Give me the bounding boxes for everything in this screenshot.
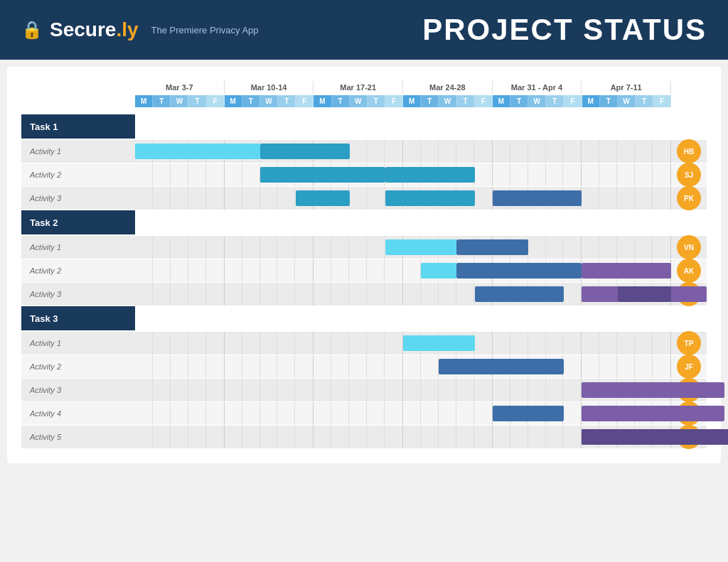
gantt-bar-area — [135, 379, 671, 401]
gantt-bar-area — [135, 259, 671, 282]
activity-row: Activity 2SJ — [21, 163, 707, 186]
gantt-bar-area — [135, 332, 671, 355]
week-header-row: Mar 3-7Mar 10-14Mar 17-21Mar 24-28Mar 31… — [135, 81, 671, 94]
app-container: 🔒 Secure.ly The Premiere Privacy App PRO… — [0, 0, 728, 463]
week-label-1: Mar 10-14 — [225, 81, 314, 94]
day-header-row: MTWTFMTWTFMTWTFMTWTFMTWTFMTWTF — [135, 95, 671, 107]
day-label: F — [385, 95, 403, 107]
day-label: T — [368, 95, 385, 107]
activity-row: Activity 3VB — [21, 283, 707, 306]
gantt-bar — [493, 406, 564, 421]
day-label: W — [350, 95, 368, 107]
day-label: M — [493, 95, 510, 107]
gantt-bar — [493, 190, 582, 206]
task-row-1: Task 2 — [21, 210, 707, 234]
avatar: SJ — [677, 163, 701, 187]
day-label: T — [332, 95, 350, 107]
day-label: F — [296, 95, 314, 107]
activity-row: Activity 1VN — [21, 236, 707, 259]
activity-label: Activity 2 — [21, 259, 135, 282]
logo-accent: .ly — [116, 18, 138, 40]
day-label: T — [188, 95, 206, 107]
gantt-bar — [618, 286, 671, 302]
activity-label: Activity 5 — [21, 426, 135, 448]
gantt-bar — [385, 190, 475, 206]
activity-label: Activity 2 — [21, 355, 135, 378]
activity-row: Activity 2JF — [21, 355, 707, 378]
gantt-bar-area — [135, 402, 671, 425]
day-label: T — [153, 95, 171, 107]
activity-label: Activity 3 — [21, 379, 135, 401]
gantt-bar-area — [135, 236, 671, 259]
gantt-bar — [582, 382, 724, 398]
gantt-bar-area — [135, 355, 671, 378]
gantt-bar-area — [135, 140, 671, 163]
gantt-bar — [582, 263, 671, 279]
avatar: AK — [677, 259, 701, 283]
week-label-5: Apr 7-11 — [582, 81, 671, 94]
day-label: T — [600, 95, 618, 107]
task-row-0: Task 1 — [21, 114, 707, 139]
day-label: T — [278, 95, 296, 107]
tagline: The Premiere Privacy App — [151, 25, 259, 36]
day-label: M — [582, 95, 600, 107]
grid-bg — [135, 355, 671, 378]
task-label-0: Task 1 — [21, 114, 135, 139]
day-label: W — [171, 95, 188, 107]
task-spacer — [135, 114, 671, 139]
logo-text: Secure.ly — [50, 18, 139, 41]
day-label: T — [546, 95, 564, 107]
gantt-bar — [385, 167, 475, 183]
activity-row: Activity 1HB — [21, 140, 707, 163]
task-label-1: Task 2 — [21, 210, 135, 234]
activity-row: Activity 3MR — [21, 379, 707, 401]
gantt-bar-area — [135, 426, 671, 448]
gantt-bar-area — [135, 187, 671, 210]
avatar: PK — [677, 186, 701, 210]
activity-row: Activity 3PK — [21, 187, 707, 210]
day-label: M — [314, 95, 331, 107]
gantt-bar — [439, 359, 564, 374]
logo-area: 🔒 Secure.ly The Premiere Privacy App — [21, 18, 259, 41]
task-row-2: Task 3 — [21, 306, 707, 330]
day-label: T — [457, 95, 475, 107]
gantt-bar — [403, 335, 475, 351]
gantt-bar — [260, 144, 350, 159]
day-label: T — [510, 95, 528, 107]
day-label: W — [439, 95, 456, 107]
gantt-bar — [582, 429, 728, 445]
activity-label: Activity 3 — [21, 187, 135, 210]
week-label-2: Mar 17-21 — [314, 81, 403, 94]
activity-row: Activity 4TP — [21, 402, 707, 425]
gantt-bar — [456, 263, 582, 279]
task-label-2: Task 3 — [21, 306, 135, 330]
activity-label: Activity 2 — [21, 163, 135, 186]
day-label: T — [421, 95, 439, 107]
day-label: F — [475, 95, 493, 107]
day-label: F — [564, 95, 582, 107]
task-spacer — [135, 210, 671, 234]
avatar: HB — [677, 139, 701, 163]
day-label: W — [618, 95, 636, 107]
gantt-bar — [135, 144, 260, 159]
activity-row: Activity 1TP — [21, 332, 707, 355]
header: 🔒 Secure.ly The Premiere Privacy App PRO… — [0, 0, 728, 60]
activity-label: Activity 4 — [21, 402, 135, 425]
gantt-container: Mar 3-7Mar 10-14Mar 17-21Mar 24-28Mar 31… — [21, 81, 707, 448]
day-label: M — [403, 95, 421, 107]
gantt-bar — [421, 263, 456, 279]
avatar: TP — [677, 331, 701, 355]
gantt-bar-area — [135, 283, 671, 306]
day-label: M — [225, 95, 242, 107]
page-title: PROJECT STATUS — [422, 13, 707, 47]
day-label: W — [260, 95, 278, 107]
activity-row: Activity 2AK — [21, 259, 707, 282]
week-label-4: Mar 31 - Apr 4 — [493, 81, 582, 94]
lock-icon: 🔒 — [21, 20, 43, 40]
activity-label: Activity 1 — [21, 332, 135, 355]
week-label-3: Mar 24-28 — [403, 81, 493, 94]
activity-label: Activity 1 — [21, 140, 135, 163]
activity-label: Activity 3 — [21, 283, 135, 306]
day-label: M — [135, 95, 153, 107]
gantt-bar — [582, 406, 724, 421]
